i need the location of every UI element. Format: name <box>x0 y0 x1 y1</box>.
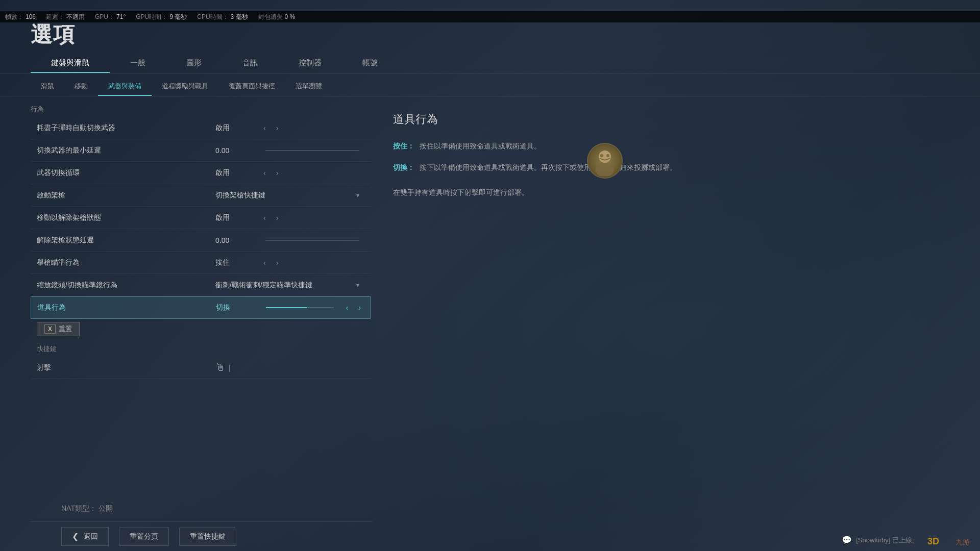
setting-value-5: 0.00 <box>215 236 256 244</box>
reset-page-button[interactable]: 重置分頁 <box>119 528 169 546</box>
shortcut-row-0: 射擊 🖱 | <box>31 357 371 379</box>
fps-value: 106 <box>26 13 36 20</box>
reset-label: 重置 <box>59 324 72 334</box>
top-nav: 鍵盤與滑鼠 一般 圖形 音訊 控制器 帳號 <box>0 54 980 73</box>
subtab-movement[interactable]: 移動 <box>64 79 98 96</box>
nat-row: NAT類型： 公開 <box>31 496 373 521</box>
dropdown-arrow-7: ▾ <box>356 282 359 289</box>
next-btn-2[interactable]: › <box>273 168 282 178</box>
sub-nav: 滑鼠 移動 武器與裝備 道程獎勵與戰具 覆蓋頁面與捷徑 選單瀏覽 <box>0 73 980 96</box>
avatar-svg <box>590 145 620 176</box>
setting-value-4: 啟用 <box>215 213 256 222</box>
help-note: 在雙手持有道具時按下射擊即可進行部署。 <box>393 187 949 198</box>
prev-btn-2[interactable]: ‹ <box>260 168 269 178</box>
dropdown-arrow-3: ▾ <box>356 192 359 199</box>
setting-row-3: 啟動架槍 切換架槍快捷鍵 ▾ <box>31 184 371 207</box>
subtab-abilities[interactable]: 道程獎勵與戰具 <box>152 79 218 96</box>
prev-btn-8[interactable]: ‹ <box>343 303 352 313</box>
reset-shortcuts-button[interactable]: 重置快捷鍵 <box>179 528 236 546</box>
setting-row-7: 縮放鏡頭/切換瞄準鏡行為 衝刺/戰術衝刺/穩定瞄準快捷鍵 ▾ <box>31 274 371 296</box>
slider-track-1[interactable] <box>265 150 359 151</box>
back-arrow-icon: ❮ <box>72 532 79 541</box>
subtab-mouse[interactable]: 滑鼠 <box>31 79 64 96</box>
setting-name-4: 移動以解除架槍狀態 <box>37 213 215 222</box>
setting-name-8: 道具行為 <box>37 303 216 312</box>
setting-name-1: 切換武器的最小延遲 <box>37 146 215 155</box>
setting-name-3: 啟動架槍 <box>37 191 215 200</box>
ping-status: 延遲： 不適用 <box>46 13 85 21</box>
setting-name-7: 縮放鏡頭/切換瞄準鏡行為 <box>37 281 215 290</box>
cpu-time-label: CPU時間： <box>197 13 228 21</box>
svg-point-0 <box>599 151 611 163</box>
prev-btn-0[interactable]: ‹ <box>260 123 269 133</box>
content-area: 行為 耗盡子彈時自動切換武器 啟用 ‹ › 切換武器的最小延遲 0.00 <box>0 96 980 551</box>
tab-account[interactable]: 帳號 <box>342 54 398 73</box>
svg-point-3 <box>606 154 609 157</box>
next-btn-6[interactable]: › <box>273 258 282 268</box>
reset-shortcuts-label: 重置快捷鍵 <box>190 532 226 541</box>
help-key-0: 按住： <box>393 140 414 152</box>
setting-value-area-1: 0.00 <box>215 146 364 155</box>
setting-name-2: 武器切換循環 <box>37 168 215 178</box>
cpu-time-value: 3 毫秒 <box>231 13 248 21</box>
help-desc-1: 按下以準備使用致命道具或戰術道具。再次按下或使用單槍瞄準鈕來投擲或部署。 <box>420 162 949 173</box>
back-label: 返回 <box>84 532 98 541</box>
tab-keyboard-mouse[interactable]: 鍵盤與滑鼠 <box>31 54 110 73</box>
dropdown-value-7[interactable]: 衝刺/戰術衝刺/穩定瞄準快捷鍵 ▾ <box>215 281 364 290</box>
reset-btn-row: X 重置 <box>31 319 371 339</box>
dropdown-text-3: 切換架槍快捷鍵 <box>215 191 265 200</box>
slider-track-5[interactable] <box>265 240 359 241</box>
packet-label: 封包遺失 <box>258 13 283 21</box>
tab-controller[interactable]: 控制器 <box>278 54 342 73</box>
setting-row-2: 武器切換循環 啟用 ‹ › <box>31 162 371 184</box>
mouse-icon: 🖱 <box>215 362 226 373</box>
subtab-weapons[interactable]: 武器與裝備 <box>98 79 152 96</box>
settings-list: 耗盡子彈時自動切換武器 啟用 ‹ › 切換武器的最小延遲 0.00 <box>31 117 373 496</box>
bottom-bar: ❮ 返回 重置分頁 重置快捷鍵 <box>31 521 373 551</box>
next-btn-4[interactable]: › <box>273 213 282 223</box>
setting-value-8: 切換 <box>216 303 257 312</box>
subtab-menu[interactable]: 選單瀏覽 <box>285 79 332 96</box>
back-button[interactable]: ❮ 返回 <box>61 527 109 546</box>
setting-row-6: 舉槍瞄準行為 按住 ‹ › <box>31 252 371 274</box>
setting-name-0: 耗盡子彈時自動切換武器 <box>37 123 215 133</box>
gpu-time-status: GPU時間： 9 毫秒 <box>136 13 187 21</box>
fps-status: 幀數： 106 <box>5 13 36 21</box>
avatar-circle <box>587 143 623 179</box>
tab-audio[interactable]: 音訊 <box>222 54 278 73</box>
setting-value-area-5: 0.00 <box>215 236 364 244</box>
tab-graphics[interactable]: 圖形 <box>166 54 222 73</box>
gpu-time-label: GPU時間： <box>136 13 167 21</box>
setting-value-area-0: 啟用 ‹ › <box>215 123 364 133</box>
setting-row-4: 移動以解除架槍狀態 啟用 ‹ › <box>31 207 371 229</box>
prev-btn-6[interactable]: ‹ <box>260 258 269 268</box>
setting-value-area-6: 按住 ‹ › <box>215 258 364 268</box>
character-avatar <box>587 143 628 184</box>
help-key-1: 切換： <box>393 162 414 173</box>
fps-label: 幀數： <box>5 13 23 21</box>
section-label: 行為 <box>31 105 373 114</box>
help-item-0: 按住： 按住以準備使用致命道具或戰術道具。 <box>393 140 949 152</box>
gpu-time-value: 9 毫秒 <box>169 13 187 21</box>
next-btn-0[interactable]: › <box>273 123 282 133</box>
setting-name-5: 解除架槍狀態延遲 <box>37 236 215 245</box>
reset-key-badge: X <box>44 324 56 334</box>
setting-value-area-7: 衝刺/戰術衝刺/穩定瞄準快捷鍵 ▾ <box>215 281 364 290</box>
page-title: 選項 <box>31 20 949 49</box>
nat-label: NAT類型： <box>61 504 96 512</box>
prev-btn-4[interactable]: ‹ <box>260 213 269 223</box>
nat-value: 公開 <box>99 504 113 512</box>
next-btn-8[interactable]: › <box>355 303 364 313</box>
dropdown-value-3[interactable]: 切換架槍快捷鍵 ▾ <box>215 191 364 200</box>
packet-value: 0 % <box>285 13 296 20</box>
reset-button[interactable]: X 重置 <box>37 322 80 336</box>
tab-general[interactable]: 一般 <box>110 54 166 73</box>
setting-value-6: 按住 <box>215 258 256 267</box>
subtab-overlay[interactable]: 覆蓋頁面與捷徑 <box>218 79 285 96</box>
svg-point-2 <box>600 154 603 157</box>
setting-value-1: 0.00 <box>215 146 256 155</box>
left-panel: 行為 耗盡子彈時自動切換武器 啟用 ‹ › 切換武器的最小延遲 0.00 <box>0 96 373 551</box>
reset-page-label: 重置分頁 <box>130 532 158 541</box>
setting-value-area-3: 切換架槍快捷鍵 ▾ <box>215 191 364 200</box>
main-container: 幀數： 106 延遲： 不適用 GPU： 71° GPU時間： 9 毫秒 CPU… <box>0 11 980 551</box>
